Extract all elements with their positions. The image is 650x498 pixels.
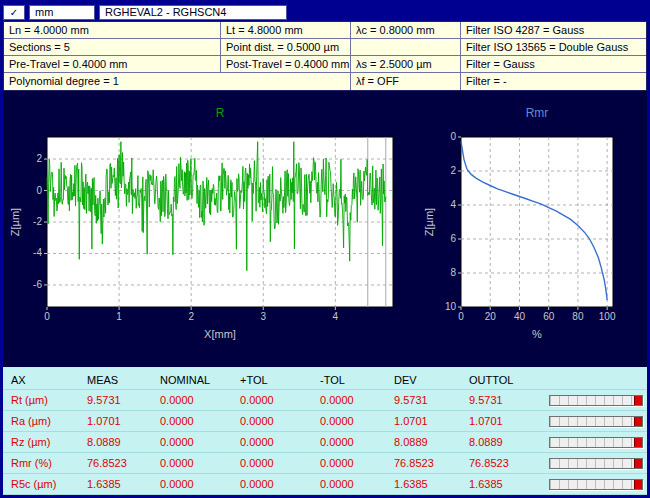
result-nominal: 0.0000 [152, 415, 232, 427]
result-nominal: 0.0000 [152, 394, 232, 406]
results-header-tol: -TOL [312, 374, 386, 386]
param-filter-ls: Filter = Gauss [461, 56, 646, 73]
svg-text:4: 4 [450, 199, 456, 210]
param-lambda-f: λf = OFF [351, 73, 461, 90]
rmr-y-axis-label: Z[µm] [423, 208, 435, 236]
result-meas: 1.6385 [79, 478, 152, 490]
table-row[interactable]: Rz (µm)8.08890.00000.00000.00008.08898.0… [3, 432, 647, 453]
result-meas: 1.0701 [79, 415, 152, 427]
svg-text:2: 2 [188, 311, 194, 322]
result-nominal: 0.0000 [152, 478, 232, 490]
result-outtol: 9.5731 [461, 394, 543, 406]
tolerance-marker-icon [634, 438, 642, 447]
result-ptol: 0.0000 [232, 457, 312, 469]
svg-text:2: 2 [450, 165, 456, 176]
result-meas: 8.0889 [79, 436, 152, 448]
table-row[interactable]: Rt (µm)9.57310.00000.00000.00009.57319.5… [3, 390, 647, 411]
svg-text:40: 40 [514, 311, 526, 322]
svg-text:0: 0 [44, 311, 50, 322]
table-row[interactable]: Ra (µm)1.07010.00000.00000.00001.07011.0… [3, 411, 647, 432]
svg-text:0: 0 [458, 311, 464, 322]
param-pre-travel: Pre-Travel = 0.4000 mm [4, 56, 221, 73]
tolerance-marker-icon [634, 396, 642, 405]
param-lt: Lt = 4.8000 mm [221, 22, 351, 39]
result-ax: R5c (µm) [3, 478, 79, 490]
result-ntol: 0.0000 [312, 478, 386, 490]
svg-text:0: 0 [450, 131, 456, 142]
table-row[interactable]: Rmr (%)76.85230.00000.00000.000076.85237… [3, 453, 647, 474]
param-sections: Sections = 5 [4, 39, 221, 56]
svg-text:60: 60 [543, 311, 555, 322]
result-meas: 76.8523 [79, 457, 152, 469]
result-ax: Rmr (%) [3, 457, 79, 469]
checkmark-icon: ✓ [10, 6, 18, 19]
svg-text:8: 8 [450, 267, 456, 278]
result-outtol: 1.6385 [461, 478, 543, 490]
result-ntol: 0.0000 [312, 415, 386, 427]
results-header-nominal: NOMINAL [152, 374, 232, 386]
confirm-button[interactable]: ✓ [3, 5, 25, 20]
svg-text:-6: -6 [33, 279, 42, 290]
results-header-dev: DEV [386, 374, 461, 386]
charts-canvas: R0123420-2-4-6X[mm]Z[µm]Rmr0204060801000… [3, 91, 647, 367]
tolerance-marker-icon [634, 459, 642, 468]
svg-text:10: 10 [445, 301, 457, 312]
svg-text:6: 6 [450, 233, 456, 244]
tolerance-bar [549, 479, 643, 490]
tolerance-bar [549, 437, 643, 448]
result-ptol: 0.0000 [232, 394, 312, 406]
result-ax: Rz (µm) [3, 436, 79, 448]
result-dev: 1.0701 [386, 415, 461, 427]
unit-field[interactable]: mm [29, 5, 95, 20]
profile-chart-title: R [216, 106, 225, 120]
results-body: Rt (µm)9.57310.00000.00000.00009.57319.5… [3, 390, 647, 495]
svg-text:2: 2 [36, 153, 42, 164]
tolerance-bar [549, 395, 643, 406]
result-ptol: 0.0000 [232, 415, 312, 427]
table-row[interactable]: R5c (µm)1.63850.00000.00000.00001.63851.… [3, 474, 647, 495]
svg-text:3: 3 [260, 311, 266, 322]
results-table: AXMEASNOMINAL+TOL-TOLDEVOUTTOL Rt (µm)9.… [3, 367, 647, 495]
tolerance-bar [549, 416, 643, 427]
param-post-travel: Post-Travel = 0.4000 mm [221, 56, 351, 73]
param-point-dist: Point dist. = 0.5000 µm [221, 39, 351, 56]
result-dev: 8.0889 [386, 436, 461, 448]
svg-text:0: 0 [36, 185, 42, 196]
result-ntol: 0.0000 [312, 457, 386, 469]
svg-text:20: 20 [485, 311, 497, 322]
result-nominal: 0.0000 [152, 436, 232, 448]
titlebar: ✓ mm RGHEVAL2 - RGHSCN4 [3, 3, 647, 21]
result-outtol: 8.0889 [461, 436, 543, 448]
tolerance-marker-icon [634, 417, 642, 426]
profile-y-axis-label: Z[µm] [9, 208, 21, 236]
rmr-chart-title: Rmr [526, 106, 549, 120]
svg-text:-2: -2 [33, 216, 42, 227]
result-dev: 9.5731 [386, 394, 461, 406]
result-dev: 76.8523 [386, 457, 461, 469]
result-nominal: 0.0000 [152, 457, 232, 469]
profile-x-axis-label: X[mm] [204, 328, 236, 340]
param-lambda-c: λc = 0.8000 mm [351, 22, 461, 39]
results-header-meas: MEAS [79, 374, 152, 386]
result-ptol: 0.0000 [232, 436, 312, 448]
window-title: RGHEVAL2 - RGHSCN4 [99, 5, 287, 20]
result-ntol: 0.0000 [312, 436, 386, 448]
result-ax: Ra (µm) [3, 415, 79, 427]
param-filter-iso13565: Filter ISO 13565 = Double Gauss [461, 39, 646, 56]
results-header-tol: +TOL [232, 374, 312, 386]
result-ptol: 0.0000 [232, 478, 312, 490]
svg-text:-4: -4 [33, 247, 42, 258]
param-empty-cell [351, 39, 461, 56]
charts-area: R0123420-2-4-6X[mm]Z[µm]Rmr0204060801000… [3, 91, 647, 367]
results-header-row: AXMEASNOMINAL+TOL-TOLDEVOUTTOL [3, 370, 647, 390]
result-outtol: 76.8523 [461, 457, 543, 469]
app-window: ✓ mm RGHEVAL2 - RGHSCN4 Ln = 4.0000 mm L… [0, 0, 650, 498]
param-filter-iso4287: Filter ISO 4287 = Gauss [461, 22, 646, 39]
svg-text:4: 4 [333, 311, 339, 322]
result-ntol: 0.0000 [312, 394, 386, 406]
rmr-x-axis-label: % [532, 328, 542, 340]
svg-text:1: 1 [116, 311, 122, 322]
param-polynomial-degree: Polynomial degree = 1 [4, 73, 351, 90]
svg-text:80: 80 [572, 311, 584, 322]
svg-text:100: 100 [599, 311, 616, 322]
